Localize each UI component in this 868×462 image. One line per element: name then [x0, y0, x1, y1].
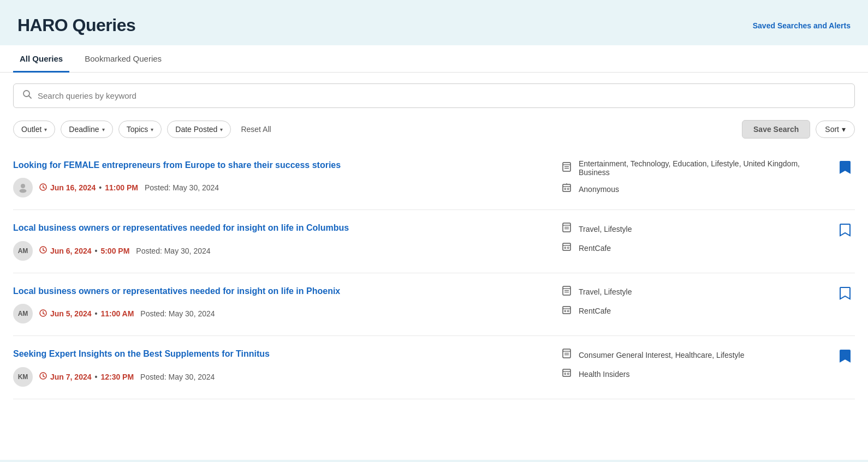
- deadline-time: 11:00 PM: [105, 183, 138, 192]
- tabs-bar: All Queries Bookmarked Queries: [0, 45, 868, 73]
- svg-rect-37: [568, 310, 569, 312]
- outlet-row: RentCafe: [560, 241, 822, 255]
- book-icon: [560, 161, 573, 175]
- svg-rect-47: [564, 373, 566, 375]
- categories: Entertainment, Technology, Education, Li…: [579, 159, 822, 177]
- deadline-date: Jun 16, 2024: [50, 183, 96, 192]
- table-row: Local business owners or representatives…: [13, 273, 855, 336]
- deadline-info: Jun 16, 2024 • 11:00 PM: [39, 183, 138, 193]
- book-icon: [560, 222, 573, 236]
- filters-row: Outlet ▾ Deadline ▾ Topics ▾ Date Posted…: [0, 115, 868, 147]
- deadline-date: Jun 5, 2024: [50, 309, 92, 318]
- bookmark-col: [835, 222, 855, 241]
- tab-bookmarked-queries[interactable]: Bookmarked Queries: [78, 45, 168, 73]
- outlet-name: Health Insiders: [579, 370, 629, 379]
- bookmark-icon[interactable]: [839, 223, 851, 241]
- outlet-row: RentCafe: [560, 304, 822, 318]
- svg-line-18: [43, 250, 45, 251]
- svg-point-2: [21, 184, 25, 188]
- categories-row: Travel, Lifestyle: [560, 222, 822, 236]
- deadline-time: 11:00 AM: [100, 309, 134, 318]
- categories: Consumer General Interest, Healthcare, L…: [579, 351, 744, 359]
- svg-rect-34: [563, 307, 570, 314]
- svg-rect-11: [563, 184, 570, 191]
- reset-all-button[interactable]: Reset All: [239, 121, 273, 137]
- deadline-date: Jun 7, 2024: [50, 373, 92, 381]
- categories: Travel, Lifestyle: [579, 225, 632, 233]
- search-input[interactable]: [38, 91, 846, 100]
- bookmark-icon[interactable]: [839, 160, 851, 178]
- bookmark-icon[interactable]: [839, 286, 851, 304]
- book-icon: [560, 348, 573, 362]
- deadline-filter[interactable]: Deadline ▾: [61, 121, 112, 138]
- svg-rect-13: [564, 188, 566, 190]
- main-content: All Queries Bookmarked Queries Outlet ▾ …: [0, 45, 868, 460]
- query-title[interactable]: Looking for FEMALE entrepreneurs from Eu…: [13, 159, 547, 171]
- building-icon: [560, 182, 573, 196]
- svg-rect-14: [568, 188, 569, 190]
- avatar: [13, 178, 33, 197]
- outlet-row: Anonymous: [560, 182, 822, 196]
- page-title: HARO Queries: [17, 15, 135, 35]
- clock-icon: [39, 309, 47, 319]
- posted-info: Posted: May 30, 2024: [145, 183, 219, 192]
- clock-icon: [39, 246, 47, 255]
- svg-line-40: [43, 376, 45, 377]
- topics-filter[interactable]: Topics ▾: [118, 121, 162, 138]
- save-search-button[interactable]: Save Search: [742, 120, 810, 139]
- deadline-info: Jun 7, 2024 • 12:30 PM: [39, 372, 134, 381]
- right-actions: Save Search Sort ▾: [742, 120, 855, 139]
- chevron-down-icon: ▾: [842, 125, 846, 134]
- query-right: Travel, Lifestyle RentCafe: [560, 285, 822, 318]
- tab-all-queries[interactable]: All Queries: [13, 45, 69, 73]
- table-row: Seeking Expert Insights on the Best Supp…: [13, 336, 855, 399]
- svg-rect-26: [568, 247, 569, 249]
- query-title[interactable]: Seeking Expert Insights on the Best Supp…: [13, 348, 547, 360]
- book-icon: [560, 285, 573, 299]
- building-icon: [560, 241, 573, 255]
- clock-icon: [39, 372, 47, 381]
- query-meta: Jun 16, 2024 • 11:00 PM Posted: May 30, …: [13, 178, 547, 197]
- query-left: Local business owners or representatives…: [13, 222, 547, 260]
- avatar: AM: [13, 241, 33, 261]
- query-left: Local business owners or representatives…: [13, 285, 547, 323]
- outlet-name: RentCafe: [579, 307, 611, 315]
- date-posted-filter[interactable]: Date Posted ▾: [167, 121, 231, 138]
- search-bar: [13, 83, 855, 108]
- saved-searches-link[interactable]: Saved Searches and Alerts: [753, 21, 851, 30]
- chevron-down-icon: ▾: [102, 127, 105, 133]
- chevron-down-icon: ▾: [151, 127, 153, 133]
- posted-info: Posted: May 30, 2024: [140, 309, 215, 318]
- search-icon: [22, 89, 32, 102]
- svg-rect-23: [563, 243, 570, 250]
- table-row: Local business owners or representatives…: [13, 210, 855, 273]
- query-title[interactable]: Local business owners or representatives…: [13, 285, 547, 297]
- chevron-down-icon: ▾: [44, 127, 47, 133]
- categories-row: Consumer General Interest, Healthcare, L…: [560, 348, 822, 362]
- svg-rect-36: [564, 310, 566, 312]
- chevron-down-icon: ▾: [220, 127, 223, 133]
- posted-info: Posted: May 30, 2024: [136, 247, 210, 255]
- sort-button[interactable]: Sort ▾: [816, 121, 855, 138]
- deadline-info: Jun 5, 2024 • 11:00 AM: [39, 309, 134, 319]
- svg-line-6: [43, 187, 45, 188]
- query-meta: AM Jun 5, 2024 • 11:00 AM: [13, 304, 547, 323]
- bookmark-col: [835, 285, 855, 304]
- outlet-row: Health Insiders: [560, 367, 822, 381]
- query-title[interactable]: Local business owners or representatives…: [13, 222, 547, 234]
- outlet-name: RentCafe: [579, 244, 611, 253]
- posted-info: Posted: May 30, 2024: [140, 373, 215, 381]
- outlet-name: Anonymous: [579, 185, 619, 194]
- queries-list: Looking for FEMALE entrepreneurs from Eu…: [0, 147, 868, 399]
- query-right: Travel, Lifestyle RentCafe: [560, 222, 822, 255]
- query-meta: AM Jun 6, 2024 • 5:00 PM: [13, 241, 547, 261]
- svg-line-29: [43, 313, 45, 314]
- search-bar-area: [0, 73, 868, 115]
- deadline-time: 12:30 PM: [100, 373, 134, 381]
- query-right: Consumer General Interest, Healthcare, L…: [560, 348, 822, 381]
- svg-point-3: [20, 189, 27, 193]
- page-header: HARO Queries Saved Searches and Alerts: [0, 0, 868, 45]
- bookmark-icon[interactable]: [839, 349, 851, 367]
- outlet-filter[interactable]: Outlet ▾: [13, 121, 55, 138]
- avatar: AM: [13, 304, 33, 323]
